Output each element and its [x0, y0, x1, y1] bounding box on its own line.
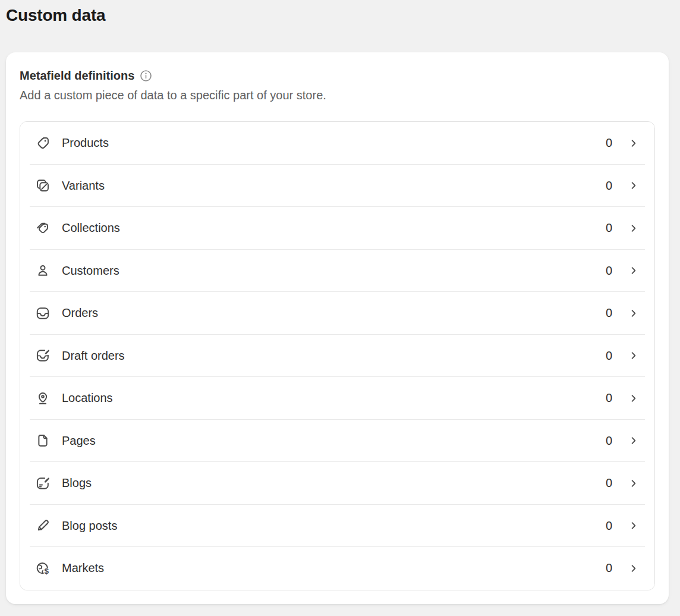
- chevron-right-icon: [628, 180, 639, 191]
- metafield-definitions-card: Metafield definitions Add a custom piece…: [6, 52, 669, 604]
- row-label: Blogs: [62, 476, 606, 490]
- svg-text:$: $: [44, 567, 49, 576]
- card-subtitle: Add a custom piece of data to a specific…: [20, 89, 655, 102]
- tag-icon: [35, 136, 51, 151]
- row-count: 0: [606, 434, 612, 448]
- row-label: Markets: [62, 561, 606, 575]
- page-title: Custom data: [6, 6, 669, 25]
- metafield-row-collections[interactable]: Collections0: [20, 207, 654, 250]
- metafield-row-orders[interactable]: Orders0: [20, 292, 654, 335]
- row-count: 0: [606, 519, 612, 533]
- metafield-row-markets[interactable]: $Markets0: [20, 547, 654, 590]
- chevron-right-icon: [628, 308, 639, 319]
- orders-icon: [35, 306, 51, 321]
- person-icon: [35, 263, 51, 278]
- blog-icon: [35, 476, 51, 491]
- chevron-right-icon: [628, 223, 639, 234]
- collections-icon: [35, 221, 51, 236]
- chevron-right-icon: [628, 265, 639, 276]
- chevron-right-icon: [628, 478, 639, 489]
- info-icon[interactable]: [140, 70, 152, 82]
- row-count: 0: [606, 561, 612, 575]
- row-count: 0: [606, 391, 612, 405]
- row-label: Pages: [62, 434, 606, 448]
- row-count: 0: [606, 179, 612, 193]
- chevron-right-icon: [628, 520, 639, 531]
- draft-orders-icon: [35, 348, 51, 363]
- chevron-right-icon: [628, 563, 639, 574]
- card-heading-row: Metafield definitions: [20, 68, 655, 83]
- blog-post-icon: [35, 518, 51, 533]
- card-heading: Metafield definitions: [20, 68, 134, 83]
- variant-icon: [35, 178, 51, 193]
- page-icon: [35, 433, 51, 448]
- row-label: Collections: [62, 221, 606, 235]
- row-count: 0: [606, 349, 612, 363]
- metafield-row-locations[interactable]: Locations0: [20, 377, 654, 420]
- metafield-row-pages[interactable]: Pages0: [20, 420, 654, 463]
- row-label: Orders: [62, 306, 606, 320]
- custom-data-page: Custom data Metafield definitions Add a …: [0, 0, 680, 604]
- row-label: Products: [62, 136, 606, 150]
- row-label: Variants: [62, 179, 606, 193]
- metafield-row-customers[interactable]: Customers0: [20, 250, 654, 293]
- row-label: Locations: [62, 391, 606, 405]
- metafield-row-draft-orders[interactable]: Draft orders0: [20, 335, 654, 378]
- chevron-right-icon: [628, 435, 639, 446]
- chevron-right-icon: [628, 393, 639, 404]
- row-count: 0: [606, 476, 612, 490]
- row-count: 0: [606, 306, 612, 320]
- row-label: Draft orders: [62, 349, 606, 363]
- row-label: Customers: [62, 264, 606, 278]
- metafield-row-variants[interactable]: Variants0: [20, 165, 654, 208]
- row-count: 0: [606, 136, 612, 150]
- metafield-row-products[interactable]: Products0: [20, 122, 654, 165]
- row-label: Blog posts: [62, 519, 606, 533]
- row-count: 0: [606, 264, 612, 278]
- row-count: 0: [606, 221, 612, 235]
- chevron-right-icon: [628, 138, 639, 149]
- metafield-list: Products0Variants0Collections0Customers0…: [20, 121, 655, 590]
- metafield-row-blogs[interactable]: Blogs0: [20, 462, 654, 505]
- metafield-row-blog-posts[interactable]: Blog posts0: [20, 505, 654, 548]
- markets-icon: $: [35, 561, 51, 576]
- chevron-right-icon: [628, 350, 639, 361]
- location-icon: [35, 391, 51, 406]
